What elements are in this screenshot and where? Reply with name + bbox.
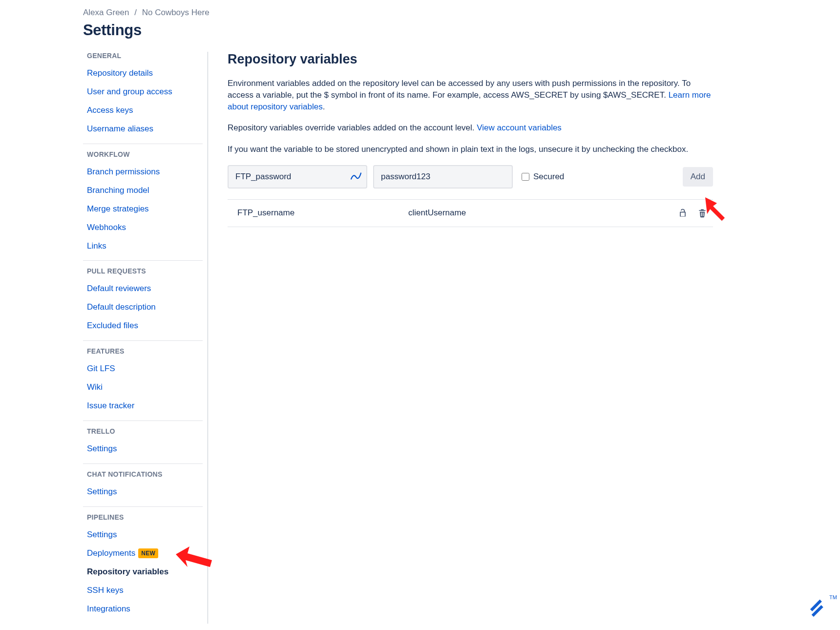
sidebar-item-branching-model[interactable]: Branching model — [83, 182, 203, 200]
sidebar-group-label: CHAT NOTIFICATIONS — [83, 470, 203, 478]
sidebar-item-git-lfs[interactable]: Git LFS — [83, 360, 203, 378]
sidebar-item-label: SSH keys — [87, 585, 124, 596]
main-content: Repository variables Environment variabl… — [228, 52, 713, 624]
sidebar-item-label: Access keys — [87, 105, 133, 116]
secured-label[interactable]: Secured — [533, 172, 564, 182]
variable-value-cell: clientUsername — [408, 208, 678, 218]
sidebar-item-label: Wiki — [87, 382, 103, 393]
sidebar-item-label: Settings — [87, 486, 117, 498]
sidebar-item-label: Repository variables — [87, 567, 168, 578]
brand-mark: TM — [806, 597, 828, 621]
sidebar-item-label: Username aliases — [87, 124, 153, 135]
secured-checkbox[interactable] — [522, 173, 529, 181]
sidebar-item-webhooks[interactable]: Webhooks — [83, 219, 203, 237]
breadcrumb-repo[interactable]: No Cowboys Here — [142, 8, 210, 17]
sidebar-item-label: Default description — [87, 302, 156, 313]
sidebar-item-label: Branching model — [87, 185, 149, 196]
sidebar-item-repository-details[interactable]: Repository details — [83, 64, 203, 83]
sidebar-item-wiki[interactable]: Wiki — [83, 378, 203, 397]
sidebar-item-label: Integrations — [87, 604, 130, 615]
add-button[interactable]: Add — [683, 167, 713, 187]
variable-name-input[interactable] — [228, 165, 367, 189]
view-account-variables-link[interactable]: View account variables — [477, 123, 562, 132]
sidebar-item-label: Settings — [87, 529, 117, 541]
sidebar-item-branch-permissions[interactable]: Branch permissions — [83, 163, 203, 182]
description-paragraph-2: Repository variables override variables … — [228, 122, 713, 134]
section-title: Repository variables — [228, 52, 713, 67]
sidebar-item-issue-tracker[interactable]: Issue tracker — [83, 397, 203, 416]
description-paragraph-3: If you want the variable to be stored un… — [228, 144, 713, 155]
sidebar-item-excluded-files[interactable]: Excluded files — [83, 317, 203, 336]
add-variable-form: Secured Add — [228, 165, 713, 189]
sidebar-item-label: User and group access — [87, 86, 172, 98]
sidebar-item-user-and-group-access[interactable]: User and group access — [83, 83, 203, 102]
variable-value-input[interactable] — [373, 165, 513, 189]
sidebar-group-label: PULL REQUESTS — [83, 267, 203, 275]
breadcrumb: Alexa Green / No Cowboys Here — [83, 8, 713, 18]
sidebar-item-integrations[interactable]: Integrations — [83, 600, 203, 619]
tm-text: TM — [829, 594, 837, 600]
sidebar-item-label: Settings — [87, 443, 117, 455]
description-paragraph-1: Environment variables added on the repos… — [228, 78, 713, 112]
sidebar-item-label: Git LFS — [87, 363, 115, 375]
new-badge: NEW — [138, 548, 158, 558]
sidebar-item-label: Default reviewers — [87, 283, 151, 294]
breadcrumb-separator: / — [134, 8, 137, 17]
sidebar-item-settings[interactable]: Settings — [83, 483, 203, 502]
sidebar-item-label: Merge strategies — [87, 204, 149, 215]
sidebar-item-label: Issue tracker — [87, 400, 134, 412]
sidebar-item-default-description[interactable]: Default description — [83, 298, 203, 317]
page-title: Settings — [83, 21, 713, 39]
sidebar-item-label: Excluded files — [87, 320, 138, 332]
variable-row: FTP_usernameclientUsername — [228, 200, 713, 227]
sidebar-group-label: GENERAL — [83, 52, 203, 60]
sidebar-item-repository-variables[interactable]: Repository variables — [83, 563, 203, 582]
sidebar-group-label: TRELLO — [83, 427, 203, 435]
sidebar-item-username-aliases[interactable]: Username aliases — [83, 120, 203, 139]
sidebar-item-deployments[interactable]: DeploymentsNEW — [83, 545, 203, 563]
trash-icon[interactable] — [697, 208, 707, 218]
sidebar-group-label: PIPELINES — [83, 513, 203, 521]
unlock-icon[interactable] — [678, 208, 688, 218]
breadcrumb-owner[interactable]: Alexa Green — [83, 8, 129, 17]
sidebar-group-label: FEATURES — [83, 347, 203, 355]
sidebar-item-default-reviewers[interactable]: Default reviewers — [83, 280, 203, 298]
sidebar-item-label: Webhooks — [87, 222, 126, 233]
variable-name-cell: FTP_username — [228, 208, 408, 218]
sidebar-item-access-keys[interactable]: Access keys — [83, 102, 203, 120]
sidebar-item-links[interactable]: Links — [83, 237, 203, 256]
sidebar-item-merge-strategies[interactable]: Merge strategies — [83, 200, 203, 219]
sidebar-item-label: Branch permissions — [87, 167, 160, 178]
sidebar-item-label: Links — [87, 241, 106, 252]
sidebar-item-label: Repository details — [87, 68, 153, 79]
settings-sidebar: GENERALRepository detailsUser and group … — [83, 52, 208, 624]
variables-table: FTP_usernameclientUsername — [228, 199, 713, 227]
sidebar-group-label: WORKFLOW — [83, 150, 203, 158]
sidebar-item-label: Deployments — [87, 548, 135, 559]
sidebar-item-settings[interactable]: Settings — [83, 440, 203, 459]
sidebar-item-settings[interactable]: Settings — [83, 526, 203, 545]
sidebar-item-ssh-keys[interactable]: SSH keys — [83, 582, 203, 600]
